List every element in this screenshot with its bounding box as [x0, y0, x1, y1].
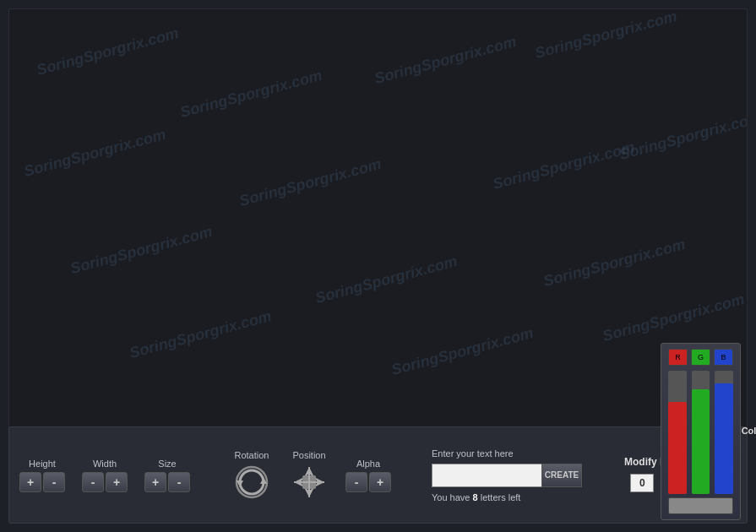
- size-minus-btn[interactable]: -: [168, 472, 190, 492]
- alpha-btn-pair: - +: [345, 472, 391, 492]
- red-btn[interactable]: R: [668, 349, 688, 366]
- size-group: Size + -: [144, 459, 190, 492]
- watermark: SoringSporgrix.com: [313, 252, 460, 307]
- text-section: Enter your text here CREATE You have 8 l…: [432, 448, 584, 502]
- alpha-plus-btn[interactable]: +: [369, 472, 391, 492]
- green-slider[interactable]: [692, 371, 710, 494]
- width-minus-btn[interactable]: -: [82, 472, 104, 492]
- text-input[interactable]: [432, 464, 541, 487]
- position-label: Position: [292, 450, 325, 460]
- color-all-label: Color ALL letters: [742, 426, 756, 436]
- watermark: SoringSporgrix.com: [533, 8, 679, 62]
- rgb-buttons: R G B: [668, 349, 733, 366]
- height-btn-pair: + -: [19, 472, 65, 492]
- filling-row: Filling: [742, 442, 756, 454]
- watermark: SoringSporgrix.com: [491, 138, 637, 193]
- color-preview: [668, 497, 733, 514]
- text-input-row: CREATE: [432, 464, 584, 487]
- blue-btn[interactable]: B: [714, 349, 733, 366]
- rotation-group: Rotation: [231, 450, 273, 501]
- bubbles-row: Bubbles: [742, 500, 756, 512]
- alpha-group: Alpha - +: [345, 459, 391, 492]
- sides-row: Sides: [742, 457, 756, 469]
- color-all-row: Color ALL letters: [742, 425, 756, 437]
- watermark: SoringSporgrix.com: [373, 33, 519, 88]
- watermark: SoringSporgrix.com: [178, 67, 324, 122]
- green-fill: [692, 389, 710, 494]
- red-slider[interactable]: [668, 371, 687, 494]
- height-plus-btn[interactable]: +: [19, 472, 41, 492]
- size-btn-pair: + -: [144, 472, 190, 492]
- width-label: Width: [93, 459, 117, 469]
- rotation-icon[interactable]: [231, 464, 273, 501]
- canvas-area: SoringSporgrix.com SoringSporgrix.com So…: [8, 8, 748, 431]
- watermark: SoringSporgrix.com: [389, 324, 536, 379]
- watermark: SoringSporgrix.com: [617, 109, 748, 164]
- letters-left-text: You have 8 letters left: [432, 492, 584, 502]
- rotation-svg: [233, 464, 270, 501]
- width-btn-pair: - +: [82, 472, 128, 492]
- watermark: SoringSporgrix.com: [68, 223, 215, 278]
- blue-fill: [715, 383, 733, 494]
- watermark: SoringSporgrix.com: [541, 236, 688, 290]
- color-section: Color ALL letters Filling Sides Blocks S…: [742, 425, 756, 526]
- watermark: SoringSporgrix.com: [237, 155, 383, 210]
- size-label: Size: [158, 459, 176, 469]
- rotation-label: Rotation: [235, 450, 269, 460]
- red-fill: [668, 402, 687, 495]
- size-plus-btn[interactable]: +: [144, 472, 166, 492]
- watermark: SoringSporgrix.com: [22, 126, 168, 181]
- watermark: SoringSporgrix.com: [601, 290, 747, 345]
- alpha-label: Alpha: [356, 459, 380, 469]
- blue-slider[interactable]: [715, 371, 733, 494]
- position-svg: [291, 464, 328, 501]
- sliders-container: [668, 371, 733, 494]
- text-placeholder-label: Enter your text here: [432, 448, 584, 459]
- green-btn[interactable]: G: [691, 349, 710, 366]
- sliders-panel: R G B: [661, 343, 741, 520]
- watermark: SoringSporgrix.com: [35, 24, 181, 79]
- stripes-row: Stripes: [742, 486, 756, 497]
- letters-count: 8: [473, 492, 478, 502]
- width-group: Width - +: [82, 459, 128, 492]
- position-group: Position: [290, 450, 329, 501]
- create-btn[interactable]: CREATE: [541, 464, 582, 487]
- control-panel: Height + - Width - + Size + - Rotation: [8, 426, 748, 524]
- watermark: SoringSporgrix.com: [128, 307, 274, 362]
- height-group: Height + -: [19, 459, 65, 492]
- blocks-row: Blocks: [742, 471, 756, 483]
- background-row: Background: [742, 514, 756, 526]
- height-minus-btn[interactable]: -: [43, 472, 65, 492]
- letter-nr-display: 0: [630, 474, 654, 492]
- position-icon[interactable]: [290, 464, 329, 501]
- width-plus-btn[interactable]: +: [106, 472, 128, 492]
- alpha-minus-btn[interactable]: -: [345, 472, 367, 492]
- height-label: Height: [29, 459, 56, 469]
